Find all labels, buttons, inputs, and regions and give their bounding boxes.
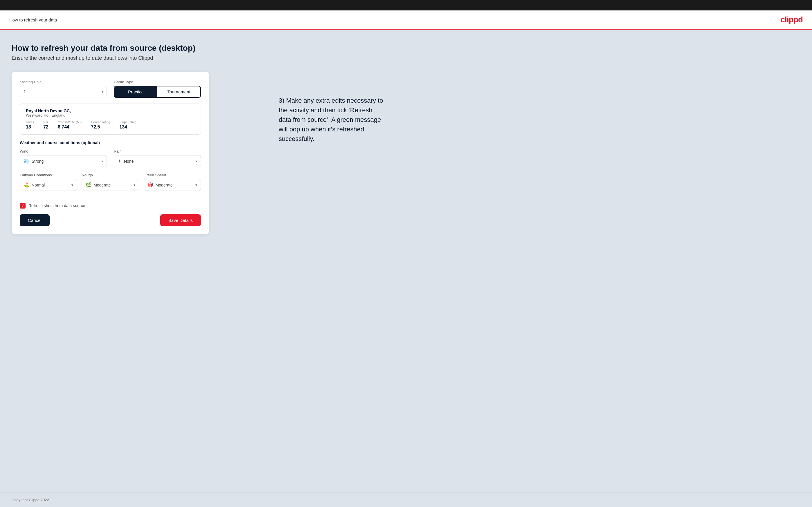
wind-select[interactable]: 💨 Strong ▾ — [20, 155, 107, 167]
wind-group: Wind 💨 Strong ▾ — [20, 149, 107, 167]
instruction-text: 3) Make any extra edits necessary to the… — [279, 96, 383, 144]
rough-icon: 🌿 — [85, 182, 91, 188]
fairway-group: Fairway Conditions ⛳ Normal ▾ — [20, 173, 77, 191]
course-location: Westward Ho!, England — [26, 113, 195, 117]
holes-value: 18 — [26, 124, 34, 130]
footer-text: Copyright Clippd 2022 — [12, 498, 49, 502]
divider — [20, 196, 201, 197]
wind-label: Wind — [20, 149, 107, 154]
rain-group: Rain ☀ None ▾ — [114, 149, 201, 167]
fairway-label: Fairway Conditions — [20, 173, 77, 177]
check-icon: ✓ — [21, 204, 24, 208]
wind-chevron-icon: ▾ — [101, 159, 103, 163]
rough-label: Rough — [82, 173, 139, 177]
rain-label: Rain — [114, 149, 201, 154]
yards-label: Yards/White (M)) — [58, 120, 82, 124]
green-speed-chevron-icon: ▾ — [195, 183, 197, 187]
green-speed-select[interactable]: 🎯 Moderate ▾ — [144, 179, 201, 191]
rain-icon: ☀ — [117, 158, 122, 164]
rain-value: None — [124, 159, 195, 164]
slope-rating-value: 134 — [119, 124, 137, 130]
logo: clippd — [781, 15, 803, 24]
practice-button[interactable]: Practice — [114, 87, 157, 97]
rough-group: Rough 🌿 Moderate ▾ — [82, 173, 139, 191]
par-label: Par — [43, 120, 48, 124]
green-speed-group: Green Speed 🎯 Moderate ▾ — [144, 173, 201, 191]
fairway-icon: ⛳ — [23, 182, 29, 188]
refresh-checkbox-row: ✓ Refresh shots from data source — [20, 203, 201, 209]
right-section: 3) Make any extra edits necessary to the… — [261, 44, 800, 478]
footer: Copyright Clippd 2022 — [0, 492, 812, 507]
conditions-row: Fairway Conditions ⛳ Normal ▾ Rough 🌿 Mo… — [20, 173, 201, 191]
slope-rating-label: Slope rating — [119, 120, 137, 124]
page-heading: How to refresh your data from source (de… — [12, 44, 261, 53]
course-rating-label: Course rating — [91, 120, 110, 124]
refresh-label: Refresh shots from data source — [29, 203, 85, 208]
form-card: Starting Hole 1 ▾ Game Type Practice Tou… — [12, 72, 209, 234]
game-type-group: Game Type Practice Tournament — [114, 80, 201, 98]
rough-chevron-icon: ▾ — [134, 183, 135, 187]
wind-value: Strong — [32, 159, 101, 164]
page-title: How to refresh your data — [9, 17, 57, 22]
wind-rain-row: Wind 💨 Strong ▾ Rain ☀ None ▾ — [20, 149, 201, 167]
starting-hole-group: Starting Hole 1 ▾ — [20, 80, 107, 98]
rain-select[interactable]: ☀ None ▾ — [114, 155, 201, 167]
refresh-checkbox[interactable]: ✓ — [20, 203, 26, 209]
top-bar — [0, 0, 812, 10]
yards-value: 6,744 — [58, 124, 82, 130]
starting-hole-select[interactable]: 1 — [20, 86, 107, 97]
cancel-button[interactable]: Cancel — [20, 214, 50, 226]
wind-icon: 💨 — [23, 158, 29, 164]
button-row: Cancel Save Details — [20, 214, 201, 226]
main-content: How to refresh your data from source (de… — [0, 30, 812, 492]
rough-select[interactable]: 🌿 Moderate ▾ — [82, 179, 139, 191]
green-speed-icon: 🎯 — [148, 182, 153, 188]
save-button[interactable]: Save Details — [160, 214, 201, 226]
starting-hole-label: Starting Hole — [20, 80, 107, 84]
fairway-chevron-icon: ▾ — [71, 183, 73, 187]
rain-chevron-icon: ▾ — [195, 159, 197, 163]
course-info-box: Royal North Devon GC, Westward Ho!, Engl… — [20, 104, 201, 134]
page-subheading: Ensure the correct and most up to date d… — [12, 55, 261, 61]
top-form-row: Starting Hole 1 ▾ Game Type Practice Tou… — [20, 80, 201, 98]
rough-value: Moderate — [94, 183, 133, 187]
course-rating-stat: Course rating 72.5 — [91, 120, 110, 130]
game-type-label: Game Type — [114, 80, 201, 84]
course-rating-value: 72.5 — [91, 124, 110, 130]
fairway-select[interactable]: ⛳ Normal ▾ — [20, 179, 77, 191]
par-value: 72 — [43, 124, 48, 130]
tournament-button[interactable]: Tournament — [157, 87, 200, 97]
starting-hole-select-wrapper: 1 ▾ — [20, 86, 107, 97]
course-name: Royal North Devon GC, — [26, 109, 195, 113]
game-type-toggle: Practice Tournament — [114, 86, 201, 98]
fairway-value: Normal — [32, 183, 71, 187]
slope-rating-stat: Slope rating 134 — [119, 120, 137, 130]
green-speed-label: Green Speed — [144, 173, 201, 177]
holes-stat: Holes 18 — [26, 120, 34, 130]
par-stat: Par 72 — [43, 120, 48, 130]
header: How to refresh your data clippd — [0, 10, 812, 30]
left-section: How to refresh your data from source (de… — [12, 44, 261, 478]
holes-label: Holes — [26, 120, 34, 124]
conditions-title: Weather and course conditions (optional) — [20, 140, 201, 145]
yards-stat: Yards/White (M)) 6,744 — [58, 120, 82, 130]
course-stats: Holes 18 Par 72 Yards/White (M)) 6,744 C… — [26, 120, 195, 130]
green-speed-value: Moderate — [156, 183, 195, 187]
